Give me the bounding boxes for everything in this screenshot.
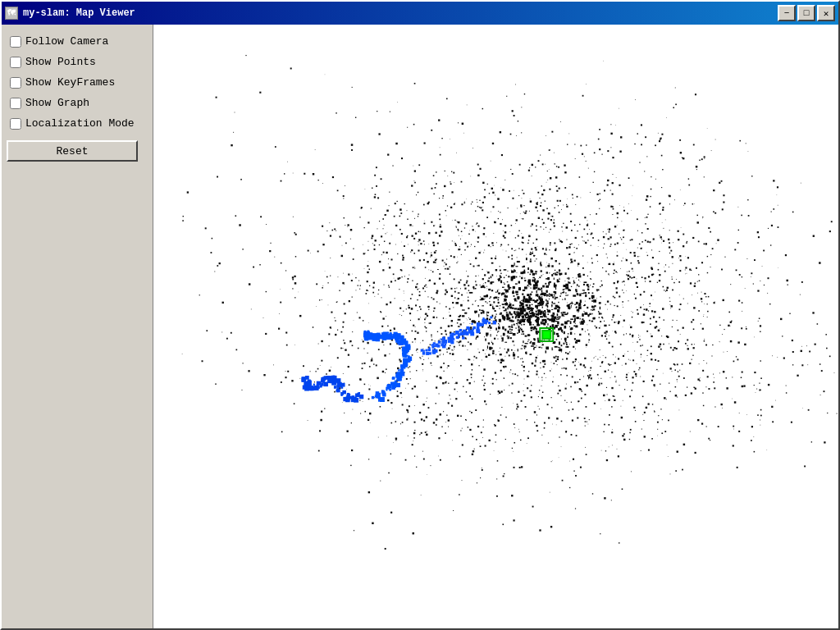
follow-camera-label[interactable]: Follow Camera [25,35,108,48]
show-graph-item[interactable]: Show Graph [7,93,148,113]
content-area: Follow Camera Show Points Show KeyFrames… [2,25,838,628]
show-points-checkbox[interactable] [10,57,21,68]
map-canvas-area [153,25,838,628]
show-graph-label[interactable]: Show Graph [25,97,89,109]
follow-camera-item[interactable]: Follow Camera [7,31,148,52]
app-icon: 🗺 [5,7,18,20]
main-window: 🗺 my-slam: Map Viewer − □ ✕ Follow Camer… [0,0,840,630]
localization-mode-item[interactable]: Localization Mode [7,113,148,134]
localization-mode-label[interactable]: Localization Mode [25,117,135,130]
window-title: my-slam: Map Viewer [23,7,135,19]
reset-button[interactable]: Reset [7,140,138,162]
sidebar: Follow Camera Show Points Show KeyFrames… [2,25,153,628]
follow-camera-checkbox[interactable] [10,36,21,48]
titlebar: 🗺 my-slam: Map Viewer − □ ✕ [2,2,838,25]
titlebar-left: 🗺 my-slam: Map Viewer [5,7,135,20]
close-button[interactable]: ✕ [817,5,835,21]
map-canvas [153,25,838,628]
titlebar-controls: − □ ✕ [778,5,835,21]
show-keyframes-item[interactable]: Show KeyFrames [7,72,148,93]
localization-mode-checkbox[interactable] [10,118,21,130]
show-keyframes-checkbox[interactable] [10,77,21,89]
show-graph-checkbox[interactable] [10,98,21,109]
show-keyframes-label[interactable]: Show KeyFrames [25,76,115,89]
minimize-button[interactable]: − [778,5,796,21]
show-points-item[interactable]: Show Points [7,52,148,72]
maximize-button[interactable]: □ [797,5,815,21]
show-points-label[interactable]: Show Points [25,56,96,68]
